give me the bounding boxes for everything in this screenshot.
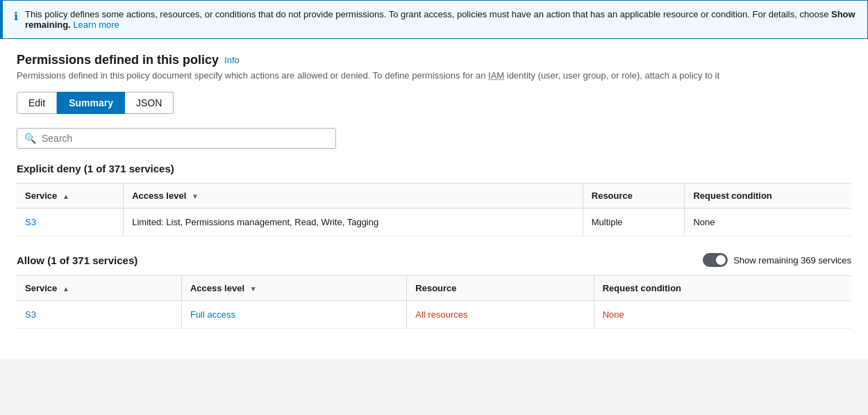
toggle-track bbox=[703, 253, 728, 267]
allow-header-row: Allow (1 of 371 services) Show remaining… bbox=[17, 253, 851, 267]
learn-more-link[interactable]: Learn more bbox=[73, 19, 119, 30]
banner-text: This policy defines some actions, resour… bbox=[25, 9, 856, 30]
allow-col-resource: Resource bbox=[407, 276, 594, 301]
allow-sort-icon-service: ▲ bbox=[62, 285, 69, 293]
info-icon: ℹ bbox=[14, 10, 18, 23]
allow-col-service[interactable]: Service ▲ bbox=[17, 276, 181, 301]
search-container: 🔍 bbox=[17, 128, 336, 149]
explicit-deny-col-resource: Resource bbox=[583, 184, 685, 209]
show-remaining-toggle[interactable] bbox=[703, 253, 728, 267]
banner-text-main: This policy defines some actions, resour… bbox=[25, 9, 831, 19]
explicit-deny-title: Explicit deny (1 of 371 services) bbox=[17, 163, 851, 174]
allow-condition-link[interactable]: None bbox=[603, 309, 624, 320]
allow-table: Service ▲ Access level ▼ Resource Reques… bbox=[17, 275, 851, 329]
allow-col-access[interactable]: Access level ▼ bbox=[181, 276, 406, 301]
sort-icon-service: ▲ bbox=[62, 193, 69, 200]
allow-service-link[interactable]: S3 bbox=[25, 309, 36, 320]
explicit-deny-table: Service ▲ Access level ▼ Resource Reques… bbox=[17, 183, 851, 236]
allow-access-link[interactable]: Full access bbox=[190, 309, 235, 320]
toggle-label: Show remaining 369 services bbox=[733, 255, 851, 266]
info-banner: ℹ This policy defines some actions, reso… bbox=[0, 0, 868, 39]
table-row: S3 Limited: List, Permissions management… bbox=[17, 209, 851, 236]
search-input[interactable] bbox=[42, 133, 328, 144]
table-row: S3 Full access All resources None bbox=[17, 301, 851, 329]
allow-sort-icon-access: ▼ bbox=[250, 285, 257, 293]
allow-title: Allow (1 of 371 services) bbox=[17, 254, 137, 266]
deny-service-link[interactable]: S3 bbox=[25, 217, 36, 227]
search-icon: 🔍 bbox=[24, 133, 36, 144]
allow-header-row-cols: Service ▲ Access level ▼ Resource Reques… bbox=[17, 276, 851, 301]
sort-icon-access: ▼ bbox=[192, 193, 199, 200]
allow-condition-cell: None bbox=[594, 301, 851, 329]
allow-service-cell: S3 bbox=[17, 301, 181, 329]
section-title: Permissions defined in this policy bbox=[17, 53, 219, 67]
tab-edit[interactable]: Edit bbox=[17, 92, 57, 114]
allow-resource-cell: All resources bbox=[407, 301, 594, 329]
allow-access-cell: Full access bbox=[181, 301, 406, 329]
tabs-container: Edit Summary JSON bbox=[17, 92, 851, 114]
allow-col-condition: Request condition bbox=[594, 276, 851, 301]
allow-resource-link[interactable]: All resources bbox=[415, 309, 467, 320]
tab-json[interactable]: JSON bbox=[125, 92, 174, 114]
iam-abbreviation: IAM bbox=[488, 70, 504, 81]
explicit-deny-header-row: Service ▲ Access level ▼ Resource Reques… bbox=[17, 184, 851, 209]
info-link[interactable]: Info bbox=[224, 55, 240, 65]
toggle-wrapper: Show remaining 369 services bbox=[703, 253, 851, 267]
explicit-deny-col-condition: Request condition bbox=[685, 184, 851, 209]
main-content: Permissions defined in this policy Info … bbox=[0, 39, 868, 359]
deny-access-cell: Limited: List, Permissions management, R… bbox=[124, 209, 583, 236]
toggle-thumb bbox=[716, 255, 726, 265]
section-header: Permissions defined in this policy Info bbox=[17, 53, 851, 67]
deny-condition-cell: None bbox=[685, 209, 851, 236]
explicit-deny-col-service[interactable]: Service ▲ bbox=[17, 184, 124, 209]
deny-service-cell: S3 bbox=[17, 209, 124, 236]
tab-summary[interactable]: Summary bbox=[57, 92, 125, 114]
deny-resource-cell: Multiple bbox=[583, 209, 685, 236]
explicit-deny-col-access[interactable]: Access level ▼ bbox=[124, 184, 583, 209]
section-description: Permissions defined in this policy docum… bbox=[17, 70, 851, 81]
